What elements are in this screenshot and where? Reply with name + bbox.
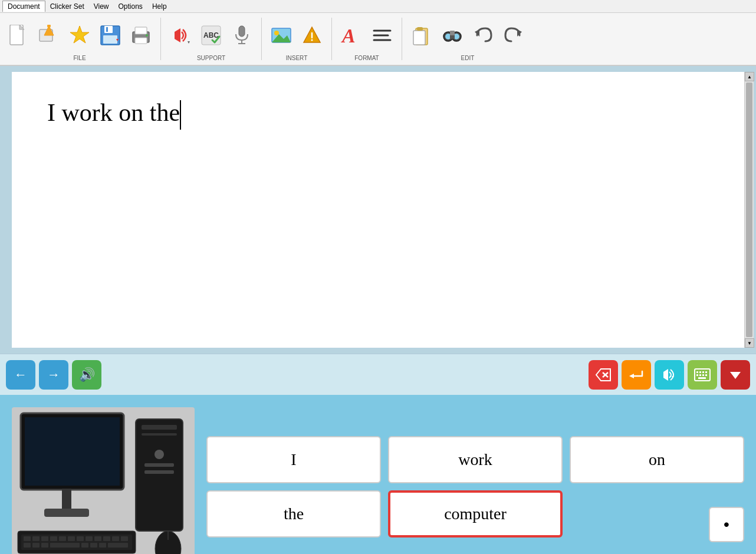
star-icon xyxy=(69,25,90,46)
mic-button[interactable] xyxy=(227,18,257,53)
svg-point-15 xyxy=(146,34,148,37)
font-button[interactable]: A xyxy=(337,18,366,53)
enter-icon xyxy=(628,368,645,382)
file-buttons xyxy=(4,15,156,55)
svg-rect-90 xyxy=(90,543,97,548)
svg-rect-89 xyxy=(81,543,88,548)
new-button[interactable] xyxy=(4,18,33,53)
keyboard-icon xyxy=(694,368,711,381)
scroll-up-button[interactable]: ▲ xyxy=(745,72,754,81)
svg-rect-58 xyxy=(705,374,707,376)
sep4 xyxy=(402,18,402,60)
svg-rect-87 xyxy=(41,543,48,548)
redo-icon xyxy=(503,25,524,46)
insert-label: INSERT xyxy=(286,55,308,62)
svg-rect-68 xyxy=(25,417,120,486)
prev-button[interactable]: ← xyxy=(6,360,35,390)
speak-doc-button[interactable]: 🔊 xyxy=(72,360,101,390)
paste-icon xyxy=(411,25,432,46)
align-icon xyxy=(372,25,393,46)
collapse-button[interactable] xyxy=(721,360,750,390)
sep2 xyxy=(261,18,262,60)
word-button-computer[interactable]: computer xyxy=(388,490,563,537)
save-icon xyxy=(100,25,121,46)
svg-rect-83 xyxy=(112,536,119,541)
svg-rect-41 xyxy=(450,31,455,35)
find-button[interactable] xyxy=(438,18,467,53)
open-button[interactable] xyxy=(34,18,64,53)
spellcheck-button[interactable]: ABC xyxy=(196,18,226,53)
svg-rect-35 xyxy=(417,27,423,31)
svg-point-64 xyxy=(155,450,164,459)
favorite-button[interactable] xyxy=(65,18,94,53)
insert-symbol-button[interactable] xyxy=(297,18,327,53)
svg-rect-77 xyxy=(59,536,66,541)
svg-rect-69 xyxy=(62,489,71,511)
menu-document[interactable]: Document xyxy=(2,1,45,12)
svg-rect-63 xyxy=(142,433,177,436)
save-button[interactable] xyxy=(96,18,125,53)
new-icon xyxy=(8,25,29,46)
word-grid: I work on the computer xyxy=(206,436,744,537)
keyboard-button[interactable] xyxy=(688,360,717,390)
svg-marker-16 xyxy=(175,28,180,42)
svg-rect-34 xyxy=(413,31,425,45)
svg-rect-84 xyxy=(121,536,128,541)
format-label: FORMAT xyxy=(354,55,379,62)
document-page[interactable]: I work on the xyxy=(12,72,744,348)
svg-marker-44 xyxy=(596,369,610,381)
svg-rect-10 xyxy=(106,27,108,32)
toolbar-group-file: FILE xyxy=(4,15,156,62)
svg-rect-54 xyxy=(705,371,707,373)
backspace-button[interactable] xyxy=(589,360,618,390)
word-button-the[interactable]: the xyxy=(206,490,381,537)
align-button[interactable] xyxy=(367,18,397,53)
document-scroll: I work on the xyxy=(0,66,756,354)
spellcheck-icon: ABC xyxy=(200,25,222,46)
insert-buttons xyxy=(267,15,327,55)
svg-rect-20 xyxy=(239,26,245,37)
edit-label: EDIT xyxy=(461,55,475,62)
menu-help[interactable]: Help xyxy=(147,1,172,12)
svg-rect-73 xyxy=(24,536,31,541)
word-button-I[interactable]: I xyxy=(206,436,381,483)
undo-button[interactable] xyxy=(468,18,498,53)
svg-rect-79 xyxy=(77,536,84,541)
word-button-on[interactable]: on xyxy=(570,436,744,483)
speak2-button[interactable] xyxy=(655,360,684,390)
toolbar-group-format: A FORMAT xyxy=(337,15,397,62)
symbol-icon xyxy=(301,25,323,46)
enter-button[interactable] xyxy=(622,360,651,390)
redo-button[interactable] xyxy=(499,18,528,53)
svg-rect-55 xyxy=(696,374,698,376)
insert-image-button[interactable] xyxy=(267,18,296,53)
speaker-icon xyxy=(170,25,191,46)
svg-rect-75 xyxy=(41,536,48,541)
svg-rect-61 xyxy=(136,419,183,531)
svg-rect-70 xyxy=(44,509,89,517)
svg-rect-66 xyxy=(144,470,174,474)
word-button-work[interactable]: work xyxy=(388,436,563,483)
print-button[interactable] xyxy=(126,18,156,53)
svg-marker-6 xyxy=(70,26,89,43)
sep1 xyxy=(160,18,161,60)
next-button[interactable]: → xyxy=(39,360,68,390)
svg-rect-62 xyxy=(142,425,177,430)
paste-button[interactable] xyxy=(407,18,436,53)
document-area: I work on the ▲ ▼ xyxy=(0,66,756,354)
scroll-down-button[interactable]: ▼ xyxy=(745,338,754,348)
menu-options[interactable]: Options xyxy=(114,1,147,12)
document-text: I work on the xyxy=(47,95,709,130)
menu-view[interactable]: View xyxy=(89,1,114,12)
speak-button[interactable] xyxy=(166,18,195,53)
scroll-thumb[interactable] xyxy=(746,83,752,337)
svg-rect-14 xyxy=(135,38,147,44)
toolbar-group-edit: EDIT xyxy=(407,15,528,62)
bottom-toolbar: ← → 🔊 xyxy=(0,354,756,395)
support-buttons: ABC xyxy=(166,15,257,55)
scrollbar[interactable]: ▲ ▼ xyxy=(744,72,754,348)
dot-button[interactable]: • xyxy=(709,507,744,542)
backspace-icon xyxy=(595,368,612,382)
file-label: FILE xyxy=(73,55,86,62)
menu-clicker-set[interactable]: Clicker Set xyxy=(45,1,89,12)
